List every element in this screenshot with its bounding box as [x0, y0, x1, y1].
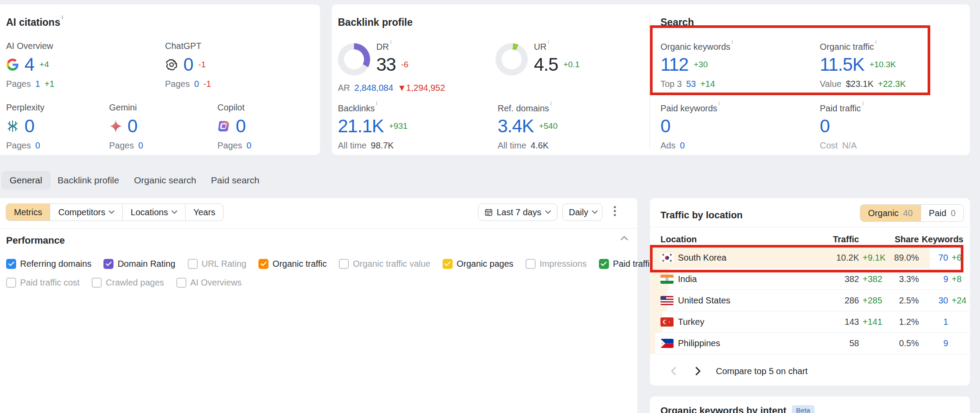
organic-traffic-value[interactable]: 11.5K — [820, 54, 864, 75]
metric-checkbox-paid-traffic-cost[interactable]: Paid traffic cost — [6, 278, 79, 288]
metric-label: Organic traffic value — [353, 259, 430, 269]
organic-keywords-label: Organic keywordsi — [660, 41, 733, 52]
info-icon[interactable]: i — [862, 100, 863, 107]
metric-checkbox-ai-overviews[interactable]: AI Overviews — [176, 278, 242, 288]
metric-label: Referring domains — [20, 259, 91, 269]
keywords-value[interactable]: 9 — [919, 338, 948, 348]
table-row-philippines[interactable]: Philippines 58 0.5% 9 — [650, 333, 970, 354]
top3-value[interactable]: 53 — [686, 79, 696, 89]
table-row-south-korea[interactable]: South Korea 10.2K +9.1K 89.0% 70 +6 — [650, 247, 970, 268]
ur-value: 4.5 — [534, 54, 558, 75]
pages-value[interactable]: 0 — [138, 141, 143, 151]
tab-backlink-profile[interactable]: Backlink profile — [58, 175, 119, 186]
pages-value[interactable]: 1 — [35, 79, 40, 89]
gemini-icon — [109, 120, 122, 133]
ai-citations-title: AI citationsi — [6, 17, 63, 28]
info-icon[interactable]: i — [732, 38, 733, 45]
keywords-value[interactable]: 70 — [919, 253, 948, 263]
info-icon[interactable]: i — [376, 100, 377, 107]
table-row-india[interactable]: India 382 +382 3.3% 9 +8 — [650, 268, 970, 290]
info-icon[interactable]: i — [390, 38, 392, 45]
locations-dropdown[interactable]: Locations — [123, 204, 186, 220]
traffic-value: 58 — [783, 338, 859, 348]
ads-value[interactable]: 0 — [680, 141, 684, 151]
info-icon[interactable]: i — [62, 14, 63, 21]
pages-value[interactable]: 0 — [194, 79, 199, 89]
cost-value: N/A — [842, 141, 856, 151]
traffic-delta: +382 — [859, 274, 888, 284]
granularity-dropdown[interactable]: Daily — [562, 203, 602, 221]
metric-checkbox-url-rating[interactable]: URL Rating — [188, 259, 247, 269]
keywords-value[interactable]: 9 — [919, 274, 948, 284]
metric-checkbox-organic-traffic-value[interactable]: Organic traffic value — [339, 259, 430, 269]
info-icon[interactable]: i — [719, 100, 720, 107]
pages-value[interactable]: 0 — [247, 141, 251, 151]
next-page-chevron-icon[interactable] — [692, 366, 703, 376]
ai-overview-value[interactable]: 4 — [24, 54, 34, 75]
metric-checkbox-paid-traffic[interactable]: Paid traffic — [599, 259, 654, 269]
alltime-value: 4.6K — [531, 141, 549, 151]
toggle-paid[interactable]: Paid0 — [921, 205, 963, 221]
top3-delta: +14 — [700, 79, 715, 89]
years-button[interactable]: Years — [186, 204, 223, 220]
perplexity-value[interactable]: 0 — [24, 116, 34, 137]
paid-keywords-value[interactable]: 0 — [660, 116, 670, 137]
metric-checkbox-organic-pages[interactable]: Organic pages — [443, 259, 513, 269]
copilot-value[interactable]: 0 — [236, 116, 245, 137]
metric-checkbox-referring-domains[interactable]: Referring domains — [6, 259, 91, 269]
pages-label: Pages — [6, 79, 31, 89]
backlinks-value[interactable]: 21.1K — [338, 116, 384, 137]
collapse-chevron-up-icon[interactable] — [619, 233, 629, 244]
table-row-united-states[interactable]: United States 286 +285 2.5% 30 +24 — [650, 290, 970, 311]
tab-paid-search[interactable]: Paid search — [211, 175, 259, 186]
unchecked-checkbox-icon — [92, 278, 102, 288]
cost-label: Cost — [820, 141, 838, 151]
gemini-value[interactable]: 0 — [127, 116, 137, 137]
keywords-value[interactable]: 1 — [919, 317, 948, 327]
keywords-value[interactable]: 30 — [919, 296, 948, 306]
more-options-kebab-icon[interactable] — [614, 206, 616, 216]
ai-citations-card: AI citationsi AI Overview 4 +4 Pages1+1 … — [0, 4, 320, 155]
info-icon[interactable]: i — [548, 38, 549, 45]
dr-delta: -6 — [401, 60, 409, 69]
col-share[interactable]: Share — [888, 234, 919, 244]
metric-checkbox-organic-traffic[interactable]: Organic traffic — [258, 259, 327, 269]
metric-checkbox-domain-rating[interactable]: Domain Rating — [103, 259, 175, 269]
ads-label: Ads — [660, 141, 675, 151]
paid-traffic-value[interactable]: 0 — [820, 116, 829, 137]
metrics-button[interactable]: Metrics — [6, 204, 50, 220]
toolbar-divider — [0, 228, 637, 229]
compare-top5-button[interactable]: Compare top 5 on chart — [716, 366, 808, 376]
organic-paid-toggle: Organic40 Paid0 — [860, 204, 964, 222]
ar-value[interactable]: 2,848,084 — [354, 83, 393, 93]
alltime-value: 98.7K — [371, 141, 394, 151]
metric-checkbox-crawled-pages[interactable]: Crawled pages — [92, 278, 164, 288]
col-traffic[interactable]: Traffic — [783, 234, 859, 244]
flag-philippines-icon — [660, 339, 674, 348]
pages-value[interactable]: 0 — [35, 141, 40, 151]
info-icon[interactable]: i — [875, 38, 877, 45]
traffic-delta: +9.1K — [859, 253, 888, 263]
col-location[interactable]: Location — [660, 234, 783, 244]
date-range-dropdown[interactable]: Last 7 days — [478, 203, 557, 221]
col-keywords[interactable]: Keywords — [919, 234, 963, 244]
info-icon[interactable]: i — [550, 100, 552, 107]
metric-checkbox-impressions[interactable]: Impressions — [526, 259, 587, 269]
tab-general[interactable]: General — [1, 171, 51, 189]
chevron-down-icon — [592, 210, 598, 214]
flag-south-korea-icon — [660, 253, 674, 262]
toggle-organic[interactable]: Organic40 — [860, 205, 921, 221]
organic-count: 40 — [903, 208, 913, 218]
table-row-turkey[interactable]: Turkey 143 +141 1.2% 1 — [650, 311, 970, 333]
ur-donut-chart — [495, 43, 528, 76]
traffic-by-location-title: Traffic by location — [660, 210, 743, 221]
chatgpt-value[interactable]: 0 — [183, 54, 193, 75]
tab-organic-search[interactable]: Organic search — [134, 175, 196, 186]
ref-domains-value[interactable]: 3.4K — [498, 116, 533, 137]
prev-page-chevron-icon[interactable] — [669, 366, 679, 376]
organic-keywords-value[interactable]: 112 — [660, 54, 688, 75]
location-name: Philippines — [678, 338, 783, 348]
perplexity-label: Perplexity — [6, 103, 45, 113]
competitors-dropdown[interactable]: Competitors — [50, 204, 123, 220]
flag-turkey-icon — [660, 317, 674, 327]
